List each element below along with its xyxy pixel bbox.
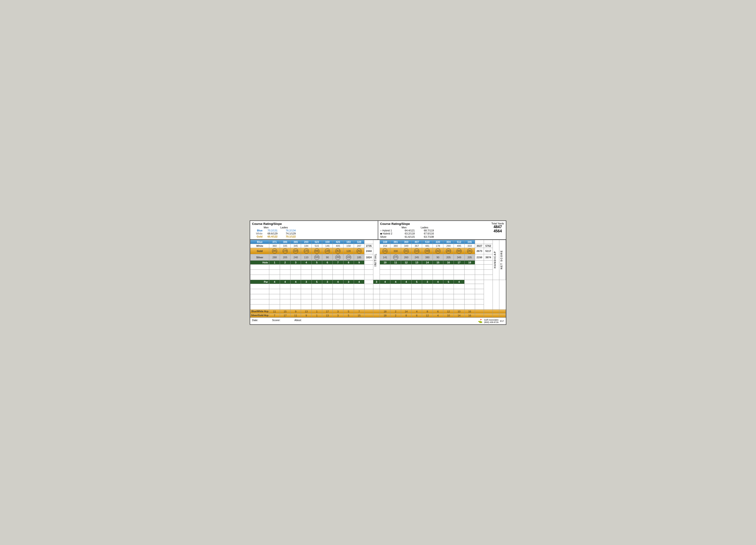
gold-12-circled: 331	[404, 248, 409, 253]
score-col: NET SCORE	[499, 240, 506, 280]
gold-18-circled: 281	[467, 248, 472, 253]
hybrid1-men: 64.4/121	[402, 229, 418, 232]
men-label: Men	[264, 226, 269, 229]
blue-2: 386	[280, 240, 290, 244]
blue-9: 328	[354, 240, 364, 244]
hybrid1-label: ○ Hybrid 1	[380, 229, 399, 232]
scorecard-table: Blue 371 386 365 203 523 159 426 183 328…	[250, 240, 506, 318]
blue-11: 391	[390, 240, 401, 244]
gold-3-circled: 329	[293, 248, 298, 253]
gold-tee-label: Gold	[252, 235, 263, 238]
gold-6-circled: 139	[325, 248, 330, 253]
white-label: White	[250, 244, 269, 248]
white-tee-label: White	[252, 232, 263, 235]
gold-15-circled: 162	[435, 248, 441, 253]
blue-15: 220	[433, 240, 443, 244]
scorecard: Course Rating/Slope Men Ladies Blue 70.2…	[250, 220, 506, 325]
silver-5-circled: 326	[314, 255, 319, 260]
gold-13-circled: 315	[414, 248, 419, 253]
right-men-hdr: Men	[402, 226, 418, 229]
sg-hcp-row: Silver/Gold Hcp 7 17 11 9 1 13 3 5 15 18…	[250, 314, 506, 317]
blue-tee-label: Blue	[252, 229, 263, 232]
gold-16-circled: 283	[446, 248, 451, 253]
blue-17: 512	[454, 240, 464, 244]
men-ladies-labels: Men Ladies	[264, 226, 288, 229]
total-yards-label: Total Yards	[491, 222, 504, 225]
score-row-6	[250, 294, 506, 299]
right-ladies-hdr: Ladies	[421, 226, 437, 229]
white-ladies-rating: 74.1/129	[283, 232, 299, 235]
hole-label: Hole	[250, 260, 269, 264]
blue-10: 169	[380, 240, 390, 244]
blue-18: 345	[464, 240, 475, 244]
attest-label: Attest:	[294, 319, 302, 324]
bwhcp-label: Blue/White Hcp	[250, 310, 269, 314]
hybrid2-label: ◆ Hybrid 2	[380, 232, 399, 235]
par-label: Par	[250, 280, 269, 284]
blue-4: 203	[301, 240, 311, 244]
header-right-title: Course Rating/Slope	[380, 222, 437, 225]
blue-row: Blue 371 386 365 203 523 159 426 183 328…	[250, 240, 506, 244]
score-row-5	[250, 289, 506, 294]
footer: Date: Scorer: Attest: ⛳ Golf Associates …	[250, 318, 506, 324]
org-phone: (800) 438-8726	[484, 321, 499, 324]
blue-out: 2944	[364, 240, 373, 244]
total-yards-1: 4847	[491, 225, 504, 229]
blue-men-rating: 70.2/131	[264, 229, 281, 232]
gold-14-circled: 430	[425, 248, 430, 253]
header-right: Course Rating/Slope Men Ladies ○ Hybrid …	[378, 221, 506, 239]
silver-8-circled: 100	[346, 255, 351, 260]
white-men-rating: 68.6/129	[264, 232, 281, 235]
blue-1: 371	[269, 240, 280, 244]
ladies-label: Ladies	[280, 226, 288, 229]
golf-icon: ⛳	[478, 319, 483, 323]
header-left: Course Rating/Slope Men Ladies Blue 70.2…	[250, 221, 378, 239]
blue-in: 3218	[475, 240, 484, 244]
blue-12: 360	[401, 240, 411, 244]
gold-10-circled: 141	[382, 248, 388, 253]
silver-label2: Silver	[380, 235, 399, 238]
hybrid2-ladies: 67.0/116	[421, 232, 437, 235]
hybrid1-ladies: 68.7/119	[421, 229, 437, 232]
version: 5/17	[500, 320, 504, 322]
score-row-7	[250, 299, 506, 304]
blue-16: 304	[443, 240, 454, 244]
initial-label: INITIAL	[373, 240, 380, 280]
gold-5-circled: 440	[314, 248, 319, 253]
right-men-label	[380, 226, 399, 229]
blue-5: 523	[311, 240, 322, 244]
scorer-label: Scorer:	[272, 319, 280, 324]
score-row-4	[250, 284, 506, 289]
blue-ladies-rating: 76.2/134	[283, 229, 299, 232]
blue-14: 510	[422, 240, 433, 244]
gold-men-rating: 65.4/122	[264, 235, 281, 238]
blue-tot: 6162	[484, 240, 493, 244]
silver-11-circled: 275	[393, 255, 398, 260]
gold-2-circled: 278	[283, 248, 288, 253]
par-row: Par 4 4 4 3 5 3 4 3 4 34 3 4 4 4 5 3 4 5…	[250, 280, 506, 284]
footer-org: Golf Associates (800) 438-8726	[484, 319, 498, 324]
gold-7-circled: 353	[335, 248, 340, 253]
handicap-bottom	[484, 280, 493, 310]
gold-9-circled: 262	[357, 248, 362, 253]
blue-label: Blue	[250, 240, 269, 244]
blue-13: 407	[412, 240, 422, 244]
blue-6: 159	[322, 240, 332, 244]
header: Course Rating/Slope Men Ladies Blue 70.2…	[250, 221, 506, 240]
gold-17-circled: 400	[456, 248, 462, 253]
silver-label: Silver	[250, 254, 269, 260]
total-yards-2: 4564	[491, 229, 504, 233]
blue-8: 183	[343, 240, 354, 244]
sghcp-label: Silver/Gold Hcp	[250, 314, 269, 317]
blue-3: 365	[291, 240, 301, 244]
silver-7-circled: 280	[335, 255, 340, 260]
bw-hcp-row: Blue/White Hcp 11 15 9 13 1 17 3 5 7 18 …	[250, 310, 506, 314]
header-left-title: Course Rating/Slope	[252, 222, 376, 225]
hybrid2-men: 63.2/118	[402, 232, 418, 235]
score-row-8	[250, 304, 506, 310]
silver-men: 61.6/115	[402, 235, 418, 238]
score-bottom	[493, 280, 499, 310]
handicap-col: HANDICAP	[493, 240, 499, 280]
gold-4-circled: 170	[304, 248, 309, 253]
blue-7: 426	[333, 240, 343, 244]
